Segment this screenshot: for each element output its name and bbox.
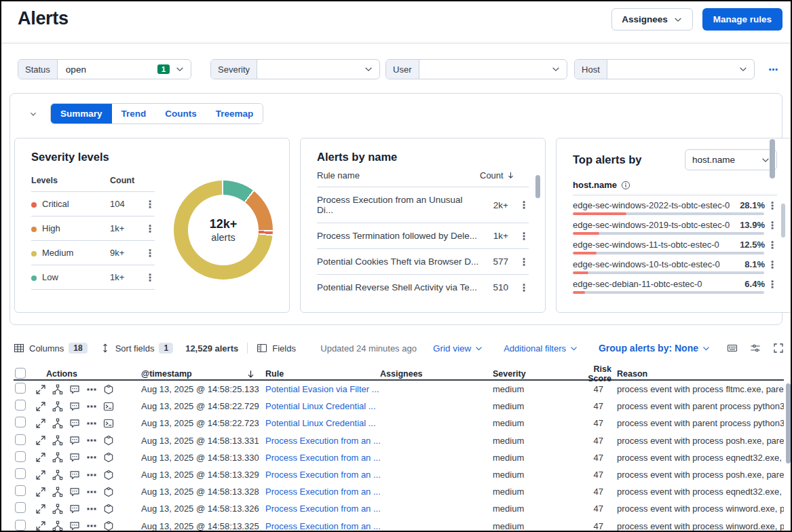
analyze-event-button[interactable]	[52, 418, 63, 429]
expand-alert-button[interactable]	[35, 418, 46, 429]
session-view-button[interactable]	[103, 504, 114, 514]
add-note-button[interactable]	[69, 418, 80, 429]
add-note-button[interactable]	[69, 504, 80, 514]
col-timestamp[interactable]: @timestamp	[141, 369, 192, 379]
row-checkbox[interactable]	[15, 451, 26, 462]
row-actions-button[interactable]	[515, 257, 529, 267]
more-actions-button[interactable]	[86, 452, 97, 463]
analyze-event-button[interactable]	[52, 487, 63, 497]
add-note-button[interactable]	[69, 487, 80, 497]
alert-rule-link[interactable]: Process Execution from an ...	[265, 504, 380, 514]
add-note-button[interactable]	[69, 435, 80, 446]
row-actions-button[interactable]	[140, 224, 155, 233]
col-rule[interactable]: Rule	[265, 369, 380, 379]
group-alerts-by-button[interactable]: Group alerts by: None	[595, 342, 715, 354]
fullscreen-button[interactable]	[773, 343, 784, 354]
expand-alert-button[interactable]	[35, 401, 46, 412]
info-icon[interactable]	[621, 180, 630, 190]
alert-rule-link[interactable]: Process Execution from an ...	[265, 453, 380, 463]
severity-donut-chart[interactable]: 12k+ alerts	[174, 180, 273, 280]
card-scrollbar[interactable]	[535, 175, 540, 198]
row-checkbox[interactable]	[15, 400, 26, 411]
alert-rule-link[interactable]: Process Execution from an ...	[265, 521, 380, 531]
session-view-button[interactable]	[103, 470, 114, 480]
more-actions-button[interactable]	[86, 470, 97, 480]
more-filters-button[interactable]	[764, 64, 782, 75]
row-checkbox[interactable]	[15, 485, 26, 496]
status-filter[interactable]: Status open 1	[18, 59, 191, 79]
columns-button[interactable]: Columns 18	[14, 343, 88, 354]
analyze-event-button[interactable]	[52, 384, 63, 395]
table-scrollbar[interactable]	[786, 383, 791, 463]
row-checkbox[interactable]	[15, 417, 26, 428]
analyze-event-button[interactable]	[52, 452, 63, 463]
row-actions-button[interactable]	[765, 280, 777, 289]
add-note-button[interactable]	[69, 470, 80, 480]
grid-view-button[interactable]: Grid view	[429, 343, 487, 354]
top-alerts-field-select[interactable]: host.name	[685, 149, 777, 170]
display-options-button[interactable]	[750, 343, 761, 354]
card-scrollbar[interactable]	[781, 204, 785, 238]
fields-button[interactable]: Fields	[257, 343, 296, 354]
row-checkbox[interactable]	[15, 434, 26, 445]
alert-rule-link[interactable]: Potential Evasion via Filter ...	[265, 384, 380, 394]
row-checkbox[interactable]	[15, 383, 26, 394]
more-actions-button[interactable]	[86, 401, 97, 412]
col-assignees[interactable]: Assignees	[380, 369, 493, 379]
col-severity[interactable]: Severity	[493, 369, 571, 379]
row-actions-button[interactable]	[765, 240, 777, 250]
expand-alert-button[interactable]	[35, 520, 46, 531]
add-note-button[interactable]	[69, 384, 80, 395]
additional-filters-button[interactable]: Additional filters	[499, 343, 582, 354]
sort-fields-button[interactable]: Sort fields 1	[100, 343, 174, 354]
assignees-button[interactable]: Assignees	[611, 8, 693, 31]
more-actions-button[interactable]	[86, 487, 97, 497]
analyze-event-button[interactable]	[52, 435, 63, 446]
expand-alert-button[interactable]	[35, 470, 46, 480]
alert-rule-link[interactable]: Process Execution from an ...	[265, 436, 380, 446]
more-actions-button[interactable]	[86, 435, 97, 446]
row-actions-button[interactable]	[140, 248, 155, 258]
analyze-event-button[interactable]	[52, 504, 63, 514]
host-filter[interactable]: Host	[574, 59, 755, 79]
expand-alert-button[interactable]	[35, 384, 46, 395]
user-filter[interactable]: User	[385, 59, 567, 79]
row-actions-button[interactable]	[515, 200, 529, 210]
alert-rule-link[interactable]: Potential Linux Credential ...	[265, 401, 380, 411]
row-actions-button[interactable]	[140, 273, 155, 282]
row-actions-button[interactable]	[765, 221, 777, 230]
expand-alert-button[interactable]	[35, 435, 46, 446]
tab-treemap[interactable]: Treemap	[206, 104, 263, 124]
session-view-button[interactable]	[103, 401, 114, 412]
expand-alert-button[interactable]	[35, 487, 46, 497]
add-note-button[interactable]	[69, 520, 80, 531]
row-actions-button[interactable]	[515, 283, 529, 292]
session-view-button[interactable]	[103, 418, 114, 429]
row-checkbox[interactable]	[15, 468, 26, 479]
col-reason[interactable]: Reason	[611, 369, 784, 379]
tab-summary[interactable]: Summary	[51, 104, 112, 124]
analyze-event-button[interactable]	[52, 401, 63, 412]
col-count[interactable]: Count	[480, 170, 504, 180]
more-actions-button[interactable]	[86, 504, 97, 514]
session-view-button[interactable]	[103, 384, 114, 395]
add-note-button[interactable]	[69, 452, 80, 463]
alert-rule-link[interactable]: Process Execution from an ...	[265, 487, 380, 497]
row-actions-button[interactable]	[765, 260, 777, 269]
tab-counts[interactable]: Counts	[155, 104, 206, 124]
analyze-event-button[interactable]	[52, 520, 63, 531]
collapse-summary-button[interactable]	[25, 106, 41, 122]
select-all-checkbox[interactable]	[15, 368, 26, 379]
alert-rule-link[interactable]: Process Execution from an ...	[265, 470, 380, 480]
row-actions-button[interactable]	[515, 231, 529, 241]
expand-alert-button[interactable]	[35, 452, 46, 463]
session-view-button[interactable]	[103, 452, 114, 463]
alert-rule-link[interactable]: Potential Linux Credential ...	[265, 418, 380, 428]
session-view-button[interactable]	[103, 487, 114, 497]
manage-rules-button[interactable]: Manage rules	[702, 8, 782, 31]
expand-alert-button[interactable]	[35, 504, 46, 514]
row-checkbox[interactable]	[15, 520, 26, 531]
more-actions-button[interactable]	[86, 418, 97, 429]
add-note-button[interactable]	[69, 401, 80, 412]
session-view-button[interactable]	[103, 435, 114, 446]
